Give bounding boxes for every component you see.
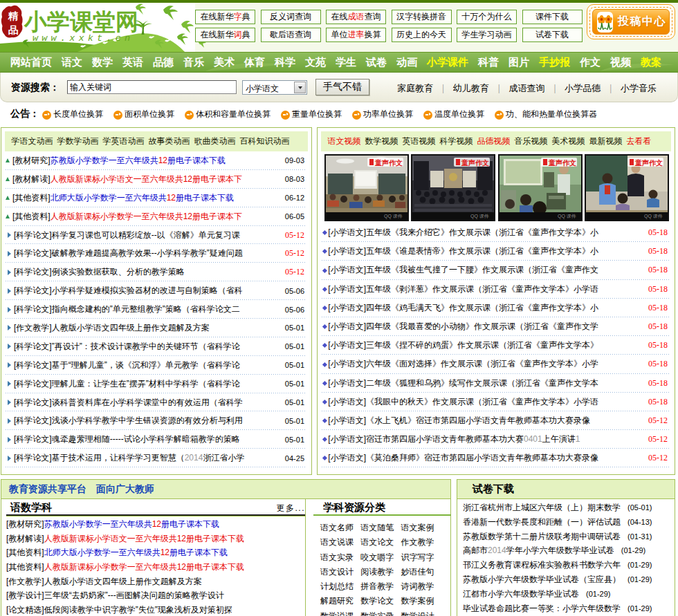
video-tab-音乐视频[interactable]: 音乐视频: [515, 136, 548, 147]
quick-link[interactable]: 试卷下载: [522, 28, 583, 42]
category-link-作文教学[interactable]: 作文教学: [401, 535, 441, 550]
list-item[interactable]: [小学语文]四年级《鸡毛满天飞》作文展示课（浙江省《童声作文学本》小05-18: [322, 299, 669, 317]
resource-item[interactable]: [其他资料]人教版新课标小学数学一至六年级共12册电子课本下载: [6, 560, 305, 575]
header-link-幼儿教育[interactable]: 幼儿教育: [453, 83, 489, 93]
nav-item-文苑[interactable]: 文苑: [300, 56, 331, 69]
select-arrow[interactable]: [294, 82, 306, 93]
list-item[interactable]: [科学论文]例谈实验数据获取、分析的教学策略05-12: [6, 263, 306, 281]
animation-tab-学数学动画[interactable]: 学数学动画: [57, 136, 99, 147]
list-item[interactable]: [教材研究]苏教版小学数学一至六年级共12册电子课本下载09-03: [6, 151, 306, 170]
list-item[interactable]: [科学论文]魂牵趣萦理相随-----试论小学科学解暗箱教学的策略05-01: [6, 430, 306, 449]
quick-link[interactable]: 单位进率换算: [326, 28, 386, 42]
nav-item-英语[interactable]: 英语: [118, 56, 148, 69]
exam-item[interactable]: 苏教版小学六年级数学毕业试卷（宝应县） (01-29): [463, 572, 670, 587]
nav-item-语文[interactable]: 语文: [57, 56, 87, 69]
quick-link[interactable]: 历史上的今天: [392, 28, 452, 42]
animation-tab-学语文动画[interactable]: 学语文动画: [12, 136, 53, 147]
list-item[interactable]: [小学语文]二年级《狐狸和乌鸦》续写作文展示课（浙江省《童声作文学本05-18: [322, 374, 669, 393]
list-item[interactable]: [科学论文]理解儿童：让学生在”摆弄”材料中学科学（省科学论05-01: [6, 375, 306, 393]
category-link-诗词教学[interactable]: 诗词教学: [401, 579, 441, 594]
notice-item[interactable]: 体积和容量单位换算: [185, 109, 271, 121]
list-item[interactable]: [小学语文]《水上飞机》宿迁市第四届小学语文青年教师基本功大赛录像05-12: [322, 411, 669, 430]
list-item[interactable]: [科学论文]指向概念建构的”单元整组教学”策略（省科学论文二05-06: [6, 300, 306, 319]
notice-item[interactable]: 长度单位换算: [42, 109, 103, 121]
category-link-语文随笔[interactable]: 语文随笔: [360, 521, 401, 535]
list-item[interactable]: [其他资料]人教版新课标小学数学一至六年级共12册电子课本下06-05: [6, 207, 306, 226]
nav-item-体育[interactable]: 体育: [239, 56, 270, 69]
list-item[interactable]: [科学论文]科学复习课也可以精彩绽放--以《溶解》单元复习课05-12: [6, 226, 306, 245]
category-link-咬文嚼字[interactable]: 咬文嚼字: [360, 550, 401, 565]
list-item[interactable]: [小学语文]四年级《我最喜爱的小动物》作文展示课（浙江省《童声作文学05-18: [322, 317, 669, 336]
list-item[interactable]: [小学语文]五年级《谁是表情帝》作文展示课（浙江省《童声作文学本》小05-18: [322, 242, 669, 261]
category-link-语文名师[interactable]: 语文名师: [320, 521, 360, 535]
list-item[interactable]: [其他资料]北师大版小学数学一至六年级共12册电子课本下载06-12: [6, 189, 306, 207]
category-link-识字写字[interactable]: 识字写字: [401, 550, 441, 565]
list-item[interactable]: [科学论文]浅谈小学科学教学中学生错误资源的有效分析与利用05-01: [6, 411, 306, 430]
more-link[interactable]: 更多...: [276, 503, 305, 514]
resource-item[interactable]: [教材解读]人教版新课标小学语文一至六年级共12册电子课本下载: [6, 532, 305, 546]
notice-item[interactable]: 面积单位换算: [113, 109, 174, 121]
resource-item[interactable]: [教学设计]三年级“去奶奶家”---画图解决问题的策略教学设计: [6, 588, 305, 603]
quick-link[interactable]: 在线新华字典: [195, 10, 255, 24]
exam-item[interactable]: 邗江义务教育课程标准实验教科书数学六年 (01-29): [463, 558, 670, 572]
nav-item-试卷[interactable]: 试卷: [361, 56, 392, 69]
exam-item[interactable]: 江都市小学六年级数学毕业试卷 (01-29): [463, 587, 670, 601]
exam-item[interactable]: 高邮市2014学年小学六年级数学毕业试卷 (01-29): [463, 543, 670, 558]
resource-item[interactable]: [其他资料]北师大版小学数学一至六年级共12册电子课本下载: [6, 545, 305, 560]
category-link-数学案例[interactable]: 数学案例: [401, 594, 441, 608]
category-link-语文说课[interactable]: 语文说课: [320, 535, 360, 550]
category-link-妙语佳句[interactable]: 妙语佳句: [401, 565, 441, 579]
header-link-小学品德[interactable]: 小学品德: [565, 83, 601, 93]
category-link-数学设计[interactable]: 数学设计: [401, 609, 441, 616]
search-input[interactable]: [67, 80, 237, 94]
nav-item-图片[interactable]: 图片: [504, 56, 534, 69]
notice-item[interactable]: 温度单位换算: [423, 109, 484, 121]
list-item[interactable]: [科学论文]基于“理解儿童”，谈《沉和浮》单元教学（省科学论05-01: [6, 356, 306, 375]
nav-item-数学[interactable]: 数学: [87, 56, 118, 69]
list-item[interactable]: [科学论文]”再设计”：技术设计课教学中的关键环节（省科学论05-01: [6, 337, 306, 356]
header-link-家庭教育[interactable]: 家庭教育: [397, 83, 433, 93]
list-item[interactable]: [小学语文]五年级《剥洋葱》作文展示课（浙江省《童声作文学本》小学语05-18: [322, 280, 669, 299]
list-item[interactable]: [小学语文]六年级《面对选择》作文展示课（浙江省《童声作文学本》小学05-18: [322, 355, 669, 373]
video-tab-英语视频[interactable]: 英语视频: [403, 136, 436, 147]
nav-item-教案[interactable]: 教案: [636, 56, 666, 69]
nav-item-学生[interactable]: 学生: [331, 56, 361, 69]
quick-link[interactable]: 反义词查询: [261, 10, 321, 24]
category-link-数学实录[interactable]: 数学实录: [360, 609, 401, 616]
header-link-小学音乐[interactable]: 小学音乐: [621, 83, 657, 93]
resource-item[interactable]: [作文教学]人教版小学语文四年级上册作文题解及方案: [6, 575, 305, 589]
video-tab-语文视频[interactable]: 语文视频: [328, 136, 361, 147]
quick-link[interactable]: 歇后语查询: [261, 28, 321, 42]
list-item[interactable]: [科学论文]谈科普资料库在小学科学课堂中的有效运用（省科学05-01: [6, 393, 306, 412]
list-item[interactable]: [科学论文]小学科学疑难模拟实验器材的改进与自制策略（省科05-06: [6, 281, 306, 300]
list-item[interactable]: [小学语文]三年级《捏不碎的鸡蛋》作文展示课（浙江省《童声作文学本》05-18: [322, 336, 669, 355]
category-link-语文实录[interactable]: 语文实录: [320, 550, 360, 565]
video-thumbnail-4[interactable]: 童声作文QQ 课件: [585, 154, 669, 221]
exam-item[interactable]: 苏教版数学第十二册片级联考期中调研试卷 (01-31): [463, 530, 670, 544]
list-item[interactable]: [作文教学]人教版小学语文四年级上册作文题解及方案05-01: [6, 319, 306, 337]
video-tab-品德视频[interactable]: 品德视频: [477, 136, 511, 147]
nav-item-科普[interactable]: 科普: [473, 56, 504, 69]
video-tab-最新视频[interactable]: 最新视频: [589, 136, 623, 147]
list-item[interactable]: [科学论文]破解教学难题提高教学效果--小学科学教学”疑难问题05-12: [6, 244, 306, 263]
nav-item-科学[interactable]: 科学: [270, 56, 300, 69]
quick-link[interactable]: 在线新华词典: [195, 28, 255, 42]
animation-tab-学英语动画[interactable]: 学英语动画: [103, 136, 145, 147]
quick-link[interactable]: 汉字转换拼音: [392, 10, 452, 24]
nav-item-动画[interactable]: 动画: [392, 56, 422, 69]
exam-item[interactable]: 浙江省杭州市上城区六年级（上）期末数学 (05-01): [463, 501, 670, 515]
video-thumbnail-1[interactable]: 童声作文QQ 课件: [324, 154, 409, 221]
category-link-拼音教学[interactable]: 拼音教学: [360, 579, 401, 594]
list-item[interactable]: [小学语文]《莫泊桑拜师》宿迁市第四届小学语文青年教师基本功大赛录像05-12: [322, 449, 669, 467]
lucky-button[interactable]: 手气不错: [315, 79, 369, 95]
video-thumbnail-2[interactable]: 童声作文QQ 课件: [411, 154, 495, 221]
notice-item[interactable]: 重量单位换算: [281, 109, 342, 121]
video-tab-科学视频[interactable]: 科学视频: [440, 136, 473, 147]
category-link-解题研究[interactable]: 解题研究: [320, 594, 360, 608]
quick-link[interactable]: 课件下载: [522, 10, 583, 24]
animation-tab-百科知识动画[interactable]: 百科知识动画: [240, 136, 290, 147]
submit-center-button[interactable]: 投稿中心: [587, 4, 675, 39]
nav-item-音乐[interactable]: 音乐: [178, 56, 209, 69]
notice-item[interactable]: 功、能和热量单位换算器: [495, 109, 597, 121]
nav-item-视频[interactable]: 视频: [605, 56, 636, 69]
